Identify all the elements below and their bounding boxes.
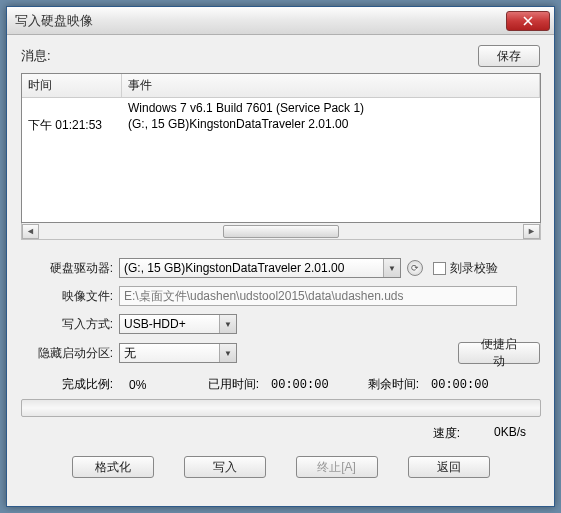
log-row[interactable]: 下午 01:21:53 (G:, 15 GB)KingstonDataTrave… <box>22 116 540 135</box>
hide-partition-combobox[interactable]: 无 ▼ <box>119 343 237 363</box>
elapsed-label: 已用时间: <box>189 376 259 393</box>
image-path-field[interactable]: E:\桌面文件\udashen\udstool2015\data\udashen… <box>119 286 517 306</box>
progress-bar <box>21 399 541 417</box>
col-event-header[interactable]: 事件 <box>122 74 540 97</box>
image-label: 映像文件: <box>21 288 119 305</box>
col-time-header[interactable]: 时间 <box>22 74 122 97</box>
save-button[interactable]: 保存 <box>478 45 540 67</box>
chevron-down-icon: ▼ <box>219 344 236 362</box>
scroll-track[interactable] <box>39 224 523 239</box>
log-event: (G:, 15 GB)KingstonDataTraveler 2.01.00 <box>122 116 540 135</box>
mode-value: USB-HDD+ <box>124 317 186 331</box>
log-listview[interactable]: 时间 事件 Windows 7 v6.1 Build 7601 (Service… <box>21 73 541 223</box>
log-header: 时间 事件 <box>22 74 540 98</box>
hide-partition-label: 隐藏启动分区: <box>21 345 119 362</box>
refresh-button[interactable]: ⟳ <box>407 260 423 276</box>
scroll-right-icon[interactable]: ► <box>523 224 540 239</box>
mode-label: 写入方式: <box>21 316 119 333</box>
log-row[interactable]: Windows 7 v6.1 Build 7601 (Service Pack … <box>22 100 540 116</box>
speed-label: 速度: <box>433 425 470 442</box>
quick-boot-button[interactable]: 便捷启动 <box>458 342 540 364</box>
dialog-window: 写入硬盘映像 消息: 保存 时间 事件 Windows 7 v6.1 Build… <box>6 6 555 507</box>
write-button[interactable]: 写入 <box>184 456 266 478</box>
write-mode-combobox[interactable]: USB-HDD+ ▼ <box>119 314 237 334</box>
scroll-left-icon[interactable]: ◄ <box>22 224 39 239</box>
elapsed-value: 00:00:00 <box>259 378 349 392</box>
speed-value: 0KB/s <box>470 425 540 442</box>
image-path-value: E:\桌面文件\udashen\udstool2015\data\udashen… <box>124 288 404 305</box>
scroll-thumb[interactable] <box>223 225 339 238</box>
horizontal-scrollbar[interactable]: ◄ ► <box>21 223 541 240</box>
remain-label: 剩余时间: <box>349 376 419 393</box>
chevron-down-icon: ▼ <box>219 315 236 333</box>
drive-label: 硬盘驱动器: <box>21 260 119 277</box>
hide-value: 无 <box>124 345 136 362</box>
percent-value: 0% <box>119 378 189 392</box>
log-time <box>22 100 122 116</box>
remain-value: 00:00:00 <box>419 378 509 392</box>
log-event: Windows 7 v6.1 Build 7601 (Service Pack … <box>122 100 540 116</box>
percent-label: 完成比例: <box>21 376 119 393</box>
abort-button[interactable]: 终止[A] <box>296 456 378 478</box>
window-title: 写入硬盘映像 <box>15 12 506 30</box>
client-area: 消息: 保存 时间 事件 Windows 7 v6.1 Build 7601 (… <box>7 35 554 488</box>
verify-checkbox[interactable] <box>433 262 446 275</box>
back-button[interactable]: 返回 <box>408 456 490 478</box>
titlebar[interactable]: 写入硬盘映像 <box>7 7 554 35</box>
message-label: 消息: <box>21 47 51 65</box>
chevron-down-icon: ▼ <box>383 259 400 277</box>
log-time: 下午 01:21:53 <box>22 116 122 135</box>
drive-value: (G:, 15 GB)KingstonDataTraveler 2.01.00 <box>124 261 344 275</box>
close-icon <box>523 16 533 26</box>
drive-combobox[interactable]: (G:, 15 GB)KingstonDataTraveler 2.01.00 … <box>119 258 401 278</box>
format-button[interactable]: 格式化 <box>72 456 154 478</box>
verify-label: 刻录校验 <box>450 260 498 277</box>
close-button[interactable] <box>506 11 550 31</box>
